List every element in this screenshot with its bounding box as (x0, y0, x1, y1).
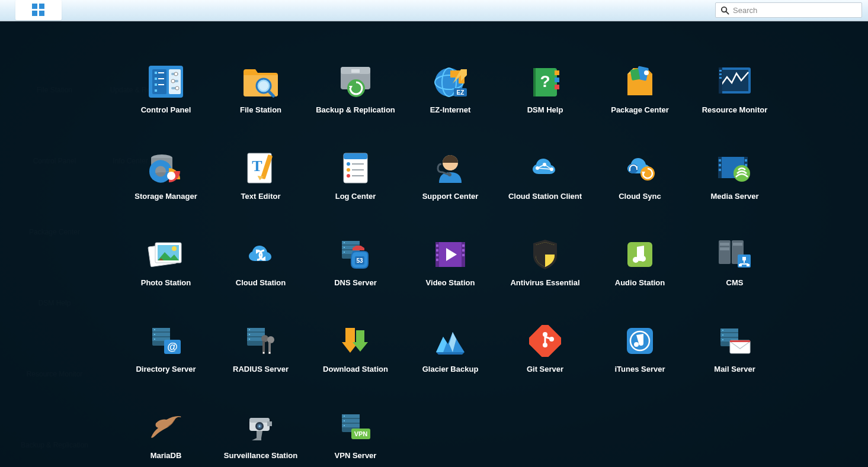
app-label: Cloud Station (236, 278, 286, 298)
media-server-icon (713, 149, 756, 187)
svg-rect-110 (436, 259, 438, 261)
svg-rect-107 (436, 244, 438, 247)
app-cloud-sync[interactable]: Cloud Sync (592, 149, 687, 212)
svg-text:VPN: VPN (354, 430, 368, 437)
app-photo[interactable]: Photo Station (118, 236, 213, 298)
svg-rect-85 (719, 169, 721, 171)
app-label: Control Panel (141, 105, 191, 125)
support-icon (429, 149, 472, 187)
svg-point-63 (347, 168, 350, 172)
app-glacier[interactable]: Glacier Backup (403, 322, 498, 385)
svg-point-4 (722, 7, 726, 11)
app-label: MariaDB (150, 451, 182, 467)
app-ez-internet[interactable]: EZEZ-Internet (403, 63, 498, 125)
app-audio[interactable]: Audio Station (592, 236, 687, 298)
app-folder-search[interactable]: File Station (213, 63, 308, 125)
search-box[interactable] (715, 2, 862, 18)
log-icon (334, 149, 377, 187)
svg-rect-11 (155, 89, 157, 92)
app-surveillance[interactable]: Surveillance Station (213, 408, 308, 467)
app-resource[interactable]: Resource Monitor (687, 63, 782, 125)
app-video[interactable]: Video Station (403, 236, 498, 298)
svg-rect-108 (436, 249, 438, 252)
app-package[interactable]: Package Center (592, 63, 687, 125)
svg-rect-9 (155, 78, 157, 80)
svg-point-61 (347, 162, 350, 166)
app-label: Surveillance Station (224, 451, 297, 467)
app-control-panel[interactable]: Control Panel (118, 63, 213, 125)
app-git[interactable]: Git Server (498, 322, 592, 385)
app-radius[interactable]: RADIUS Server (213, 322, 308, 385)
app-itunes[interactable]: iTunes Server (592, 322, 687, 385)
svg-rect-27 (351, 69, 360, 73)
svg-rect-112 (462, 249, 465, 252)
app-mariadb[interactable]: MariaDB (118, 408, 213, 467)
app-label: iTunes Server (614, 365, 665, 385)
audio-icon (619, 236, 661, 273)
svg-rect-84 (719, 164, 721, 166)
folder-search-icon (239, 63, 282, 101)
app-directory[interactable]: @Directory Server (118, 322, 213, 385)
storage-icon (145, 149, 187, 187)
app-backup[interactable]: Backup & Replication (308, 63, 403, 125)
search-input[interactable] (733, 6, 857, 15)
svg-rect-60 (344, 153, 367, 159)
svg-point-142 (249, 329, 250, 330)
backup-icon (334, 63, 377, 101)
svg-rect-128 (747, 264, 750, 266)
svg-rect-39 (555, 78, 559, 82)
svg-point-168 (722, 330, 723, 331)
app-antivirus[interactable]: Antivirus Essential (498, 236, 592, 298)
app-label: RADIUS Server (233, 365, 289, 385)
app-cloud-client[interactable]: Cloud Station Client (498, 149, 592, 212)
app-label: EZ-Internet (430, 105, 471, 125)
app-label: File Station (240, 105, 281, 125)
svg-rect-10 (155, 83, 157, 86)
photo-icon (145, 236, 187, 273)
all-apps-button[interactable] (15, 0, 62, 20)
app-label: DSM Help (527, 105, 563, 125)
svg-rect-113 (462, 254, 465, 256)
app-label: Package Center (611, 105, 669, 125)
svg-point-135 (154, 339, 155, 340)
app-label: VPN Server (335, 451, 377, 467)
vpn-icon: VPN (334, 408, 377, 446)
launcher-overlay: Control PanelFile StationBackup & Replic… (0, 21, 868, 467)
app-text-editor[interactable]: TText Editor (213, 149, 308, 212)
app-media-server[interactable]: Media Server (687, 149, 782, 212)
svg-point-21 (175, 86, 179, 90)
search-icon (720, 6, 729, 15)
app-vpn[interactable]: VPNVPN Server (308, 408, 403, 467)
antivirus-icon (524, 236, 566, 273)
svg-point-19 (171, 79, 175, 83)
svg-rect-151 (345, 328, 355, 342)
dns-icon: 53 (334, 236, 377, 273)
svg-point-117 (640, 256, 646, 262)
app-storage[interactable]: Storage Manager (118, 149, 213, 212)
app-grid: Control PanelFile StationBackup & Replic… (118, 63, 868, 467)
svg-rect-153 (356, 330, 364, 342)
svg-rect-127 (739, 264, 742, 266)
download-icon (334, 322, 377, 360)
app-label: Cloud Sync (619, 192, 661, 212)
app-label: CMS (726, 278, 744, 298)
ez-internet-icon: EZ (429, 63, 472, 101)
svg-point-169 (722, 334, 723, 336)
app-cms[interactable]: CMS (687, 236, 782, 298)
app-help[interactable]: ?DSM Help (498, 63, 592, 125)
svg-rect-122 (733, 243, 742, 246)
svg-rect-171 (730, 340, 750, 353)
svg-rect-8 (155, 72, 157, 74)
svg-point-143 (249, 334, 250, 335)
app-download[interactable]: Download Station (308, 322, 403, 385)
app-label: Media Server (711, 192, 759, 212)
app-dns[interactable]: 53DNS Server (308, 236, 403, 298)
svg-rect-3 (39, 11, 44, 16)
svg-rect-175 (249, 418, 270, 423)
app-cloud[interactable]: Cloud Station (213, 236, 308, 298)
app-label: Mail Server (714, 365, 755, 385)
app-mail[interactable]: Mail Server (687, 322, 782, 385)
app-support[interactable]: Support Center (403, 149, 498, 212)
app-log[interactable]: Log Center (308, 149, 403, 212)
svg-point-134 (154, 334, 155, 335)
